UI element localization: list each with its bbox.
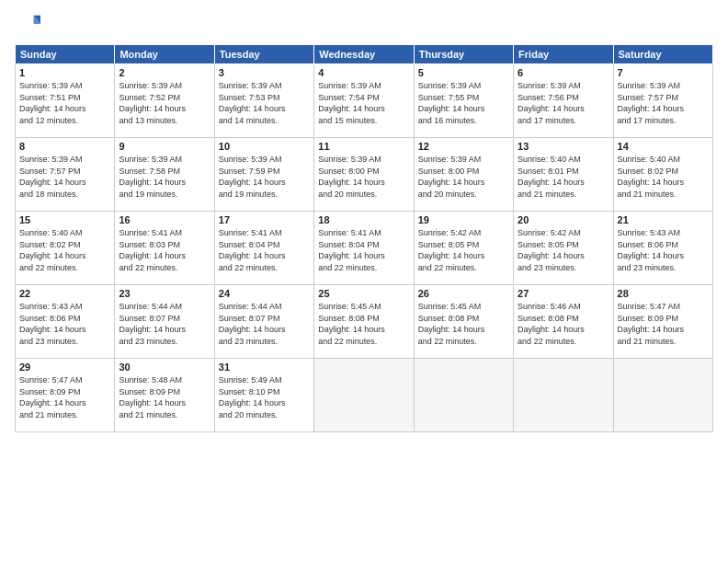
day-number: 23	[119, 288, 210, 299]
day-info: Sunrise: 5:39 AM Sunset: 7:53 PM Dayligh…	[219, 80, 310, 126]
day-header-sunday: Sunday	[16, 45, 115, 64]
week-row-3: 15Sunrise: 5:40 AM Sunset: 8:02 PM Dayli…	[16, 212, 713, 285]
calendar-cell: 31Sunrise: 5:49 AM Sunset: 8:10 PM Dayli…	[214, 359, 313, 432]
day-info: Sunrise: 5:44 AM Sunset: 8:07 PM Dayligh…	[119, 301, 210, 347]
calendar-cell: 18Sunrise: 5:41 AM Sunset: 8:04 PM Dayli…	[314, 212, 414, 285]
calendar-cell: 3Sunrise: 5:39 AM Sunset: 7:53 PM Daylig…	[214, 64, 313, 138]
calendar-cell: 11Sunrise: 5:39 AM Sunset: 8:00 PM Dayli…	[314, 138, 414, 212]
day-number: 8	[19, 141, 110, 152]
calendar-cell: 30Sunrise: 5:48 AM Sunset: 8:09 PM Dayli…	[115, 359, 214, 432]
day-info: Sunrise: 5:39 AM Sunset: 7:54 PM Dayligh…	[318, 80, 409, 126]
calendar-cell: 13Sunrise: 5:40 AM Sunset: 8:01 PM Dayli…	[514, 138, 613, 212]
day-number: 3	[219, 67, 310, 78]
day-number: 18	[318, 214, 409, 225]
day-info: Sunrise: 5:42 AM Sunset: 8:05 PM Dayligh…	[518, 227, 609, 273]
day-number: 26	[418, 288, 509, 299]
day-number: 22	[19, 288, 110, 299]
calendar-cell	[613, 359, 712, 432]
day-info: Sunrise: 5:39 AM Sunset: 7:58 PM Dayligh…	[119, 154, 210, 200]
calendar-cell: 17Sunrise: 5:41 AM Sunset: 8:04 PM Dayli…	[214, 212, 313, 285]
day-number: 12	[418, 141, 509, 152]
day-number: 24	[219, 288, 310, 299]
calendar-cell: 9Sunrise: 5:39 AM Sunset: 7:58 PM Daylig…	[115, 138, 214, 212]
day-header-wednesday: Wednesday	[314, 45, 414, 64]
calendar-cell: 7Sunrise: 5:39 AM Sunset: 7:57 PM Daylig…	[613, 64, 712, 138]
day-info: Sunrise: 5:39 AM Sunset: 7:57 PM Dayligh…	[19, 154, 110, 200]
calendar-cell: 29Sunrise: 5:47 AM Sunset: 8:09 PM Dayli…	[16, 359, 115, 432]
calendar-cell: 24Sunrise: 5:44 AM Sunset: 8:07 PM Dayli…	[214, 285, 313, 359]
day-number: 2	[119, 67, 210, 78]
calendar-page: SundayMondayTuesdayWednesdayThursdayFrid…	[0, 0, 728, 563]
week-row-5: 29Sunrise: 5:47 AM Sunset: 8:09 PM Dayli…	[16, 359, 713, 432]
day-header-saturday: Saturday	[613, 45, 712, 64]
day-info: Sunrise: 5:40 AM Sunset: 8:02 PM Dayligh…	[618, 154, 709, 200]
calendar-cell: 4Sunrise: 5:39 AM Sunset: 7:54 PM Daylig…	[314, 64, 414, 138]
calendar-cell: 21Sunrise: 5:43 AM Sunset: 8:06 PM Dayli…	[613, 212, 712, 285]
calendar-cell: 26Sunrise: 5:45 AM Sunset: 8:08 PM Dayli…	[414, 285, 513, 359]
calendar-cell: 10Sunrise: 5:39 AM Sunset: 7:59 PM Dayli…	[214, 138, 313, 212]
day-number: 10	[219, 141, 310, 152]
week-row-1: 1Sunrise: 5:39 AM Sunset: 7:51 PM Daylig…	[16, 64, 713, 138]
calendar-cell: 27Sunrise: 5:46 AM Sunset: 8:08 PM Dayli…	[514, 285, 613, 359]
day-header-monday: Monday	[115, 45, 214, 64]
day-info: Sunrise: 5:39 AM Sunset: 8:00 PM Dayligh…	[318, 154, 409, 200]
day-header-friday: Friday	[514, 45, 613, 64]
day-info: Sunrise: 5:44 AM Sunset: 8:07 PM Dayligh…	[219, 301, 310, 347]
day-info: Sunrise: 5:41 AM Sunset: 8:04 PM Dayligh…	[318, 227, 409, 273]
day-number: 15	[19, 214, 110, 225]
day-number: 19	[418, 214, 509, 225]
calendar-cell: 23Sunrise: 5:44 AM Sunset: 8:07 PM Dayli…	[115, 285, 214, 359]
day-number: 5	[418, 67, 509, 78]
calendar-cell: 1Sunrise: 5:39 AM Sunset: 7:51 PM Daylig…	[16, 64, 115, 138]
day-info: Sunrise: 5:45 AM Sunset: 8:08 PM Dayligh…	[318, 301, 409, 347]
calendar-cell	[314, 359, 414, 432]
day-number: 1	[19, 67, 110, 78]
day-number: 11	[318, 141, 409, 152]
calendar-cell: 16Sunrise: 5:41 AM Sunset: 8:03 PM Dayli…	[115, 212, 214, 285]
day-info: Sunrise: 5:41 AM Sunset: 8:03 PM Dayligh…	[119, 227, 210, 273]
day-info: Sunrise: 5:47 AM Sunset: 8:09 PM Dayligh…	[618, 301, 709, 347]
calendar-cell	[514, 359, 613, 432]
calendar-cell: 14Sunrise: 5:40 AM Sunset: 8:02 PM Dayli…	[613, 138, 712, 212]
calendar-cell: 2Sunrise: 5:39 AM Sunset: 7:52 PM Daylig…	[115, 64, 214, 138]
calendar-cell: 22Sunrise: 5:43 AM Sunset: 8:06 PM Dayli…	[16, 285, 115, 359]
day-number: 30	[119, 362, 210, 373]
day-info: Sunrise: 5:41 AM Sunset: 8:04 PM Dayligh…	[219, 227, 310, 273]
day-number: 4	[318, 67, 409, 78]
day-header-thursday: Thursday	[414, 45, 513, 64]
day-number: 25	[318, 288, 409, 299]
day-info: Sunrise: 5:39 AM Sunset: 7:56 PM Dayligh…	[518, 80, 609, 126]
day-info: Sunrise: 5:39 AM Sunset: 7:57 PM Dayligh…	[618, 80, 709, 126]
day-number: 28	[618, 288, 709, 299]
day-info: Sunrise: 5:39 AM Sunset: 7:59 PM Dayligh…	[219, 154, 310, 200]
day-info: Sunrise: 5:40 AM Sunset: 8:01 PM Dayligh…	[518, 154, 609, 200]
day-number: 16	[119, 214, 210, 225]
calendar-cell: 8Sunrise: 5:39 AM Sunset: 7:57 PM Daylig…	[16, 138, 115, 212]
week-row-4: 22Sunrise: 5:43 AM Sunset: 8:06 PM Dayli…	[16, 285, 713, 359]
calendar-cell: 15Sunrise: 5:40 AM Sunset: 8:02 PM Dayli…	[16, 212, 115, 285]
calendar-table: SundayMondayTuesdayWednesdayThursdayFrid…	[15, 44, 713, 432]
day-number: 13	[518, 141, 609, 152]
day-number: 17	[219, 214, 310, 225]
day-info: Sunrise: 5:49 AM Sunset: 8:10 PM Dayligh…	[219, 374, 310, 420]
calendar-cell: 19Sunrise: 5:42 AM Sunset: 8:05 PM Dayli…	[414, 212, 513, 285]
day-number: 9	[119, 141, 210, 152]
day-info: Sunrise: 5:39 AM Sunset: 7:51 PM Dayligh…	[19, 80, 110, 126]
day-number: 27	[518, 288, 609, 299]
day-info: Sunrise: 5:46 AM Sunset: 8:08 PM Dayligh…	[518, 301, 609, 347]
day-number: 21	[618, 214, 709, 225]
calendar-cell: 6Sunrise: 5:39 AM Sunset: 7:56 PM Daylig…	[514, 64, 613, 138]
day-number: 31	[219, 362, 310, 373]
day-number: 6	[518, 67, 609, 78]
day-info: Sunrise: 5:42 AM Sunset: 8:05 PM Dayligh…	[418, 227, 509, 273]
logo	[15, 11, 44, 37]
day-info: Sunrise: 5:43 AM Sunset: 8:06 PM Dayligh…	[618, 227, 709, 273]
day-info: Sunrise: 5:47 AM Sunset: 8:09 PM Dayligh…	[19, 374, 110, 420]
day-number: 29	[19, 362, 110, 373]
day-info: Sunrise: 5:39 AM Sunset: 7:52 PM Dayligh…	[119, 80, 210, 126]
calendar-cell: 25Sunrise: 5:45 AM Sunset: 8:08 PM Dayli…	[314, 285, 414, 359]
calendar-cell: 28Sunrise: 5:47 AM Sunset: 8:09 PM Dayli…	[613, 285, 712, 359]
day-info: Sunrise: 5:45 AM Sunset: 8:08 PM Dayligh…	[418, 301, 509, 347]
calendar-header-row: SundayMondayTuesdayWednesdayThursdayFrid…	[16, 45, 713, 64]
calendar-cell: 5Sunrise: 5:39 AM Sunset: 7:55 PM Daylig…	[414, 64, 513, 138]
